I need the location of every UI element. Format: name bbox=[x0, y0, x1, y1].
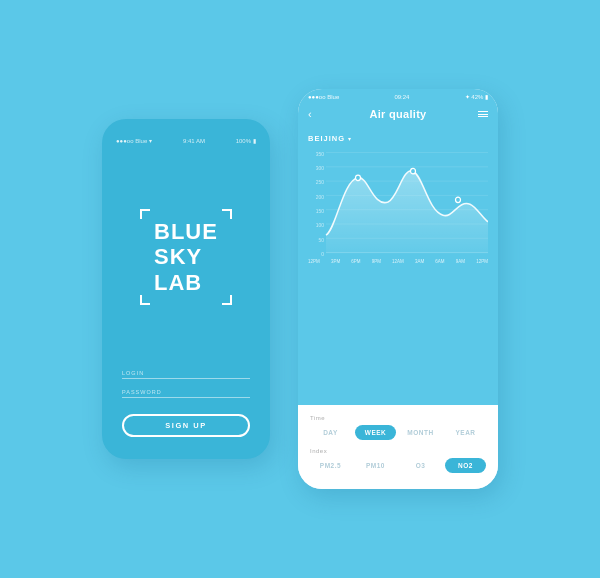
index-option-pm10[interactable]: PM10 bbox=[355, 458, 396, 473]
wifi-icon: ▾ bbox=[149, 137, 152, 144]
time-section-label: Time bbox=[310, 415, 486, 421]
chart-point-2 bbox=[411, 168, 416, 174]
bottom-panel: Time DAY WEEK MONTH YEAR Index PM2.5 PM1… bbox=[298, 405, 498, 489]
time-option-week[interactable]: WEEK bbox=[355, 425, 396, 440]
logo-area: BLUE SKY LAB bbox=[140, 144, 232, 370]
svg-text:50: 50 bbox=[318, 236, 324, 242]
left-status-bar: ●●●oo Blue ▾ 9:41 AM 100% ▮ bbox=[116, 137, 256, 144]
time-pill-row: DAY WEEK MONTH YEAR bbox=[310, 425, 486, 440]
x-label-4: 12AM bbox=[392, 259, 404, 264]
menu-line-1 bbox=[478, 111, 488, 112]
login-line bbox=[122, 378, 250, 379]
corner-tr bbox=[222, 209, 232, 219]
index-section-label: Index bbox=[310, 448, 486, 454]
chart-point-3 bbox=[456, 197, 461, 203]
x-label-2: 6PM bbox=[351, 259, 360, 264]
time-option-month[interactable]: MONTH bbox=[400, 425, 441, 440]
login-label: LOGIN bbox=[122, 370, 250, 376]
right-time: 09:24 bbox=[394, 94, 409, 100]
x-label-3: 9PM bbox=[372, 259, 381, 264]
x-label-7: 9AM bbox=[456, 259, 465, 264]
svg-text:250: 250 bbox=[316, 179, 324, 185]
left-status-carrier: ●●●oo Blue ▾ bbox=[116, 137, 152, 144]
password-field[interactable]: PASSWORD bbox=[122, 389, 250, 398]
x-label-8: 12PM bbox=[476, 259, 488, 264]
x-label-6: 6AM bbox=[435, 259, 444, 264]
x-label-5: 3AM bbox=[415, 259, 424, 264]
index-pill-row: PM2.5 PM10 O3 NO2 bbox=[310, 458, 486, 473]
back-button[interactable]: ‹ bbox=[308, 108, 312, 120]
logo-text: BLUE SKY LAB bbox=[154, 219, 218, 295]
svg-text:100: 100 bbox=[316, 222, 324, 228]
battery-icon: ▮ bbox=[253, 137, 256, 144]
index-option-o3[interactable]: O3 bbox=[400, 458, 441, 473]
svg-text:300: 300 bbox=[316, 165, 324, 171]
corner-bl bbox=[140, 295, 150, 305]
menu-line-2 bbox=[478, 114, 488, 115]
x-label-1: 3PM bbox=[331, 259, 340, 264]
air-quality-chart: 350 300 250 200 150 100 50 0 bbox=[308, 147, 488, 257]
index-option-pm25[interactable]: PM2.5 bbox=[310, 458, 351, 473]
index-option-no2[interactable]: NO2 bbox=[445, 458, 486, 473]
page-title: Air quality bbox=[369, 108, 426, 120]
chart-container: BEIJING ▾ 350 300 250 bbox=[298, 128, 498, 405]
right-carrier: ●●●oo Blue bbox=[308, 94, 339, 100]
password-line bbox=[122, 397, 250, 398]
corner-tl bbox=[140, 209, 150, 219]
phone-right: ●●●oo Blue 09:24 ✦ 42% ▮ ‹ Air quality B… bbox=[298, 89, 498, 489]
menu-line-3 bbox=[478, 116, 488, 117]
x-label-0: 12PM bbox=[308, 259, 320, 264]
right-status-bar: ●●●oo Blue 09:24 ✦ 42% ▮ bbox=[298, 89, 498, 104]
chart-x-labels: 12PM 3PM 6PM 9PM 12AM 3AM 6AM 9AM 12PM bbox=[308, 259, 488, 264]
chart-point-1 bbox=[356, 175, 361, 181]
menu-button[interactable] bbox=[478, 111, 488, 117]
phone-left: ●●●oo Blue ▾ 9:41 AM 100% ▮ BLUE SKY LAB bbox=[102, 119, 270, 459]
svg-text:200: 200 bbox=[316, 193, 324, 199]
right-battery-area: ✦ 42% ▮ bbox=[465, 93, 488, 100]
phones-container: ●●●oo Blue ▾ 9:41 AM 100% ▮ BLUE SKY LAB bbox=[102, 89, 498, 489]
left-status-time: 9:41 AM bbox=[183, 138, 205, 144]
svg-text:0: 0 bbox=[321, 251, 324, 257]
logo-box: BLUE SKY LAB bbox=[140, 209, 232, 305]
login-form: LOGIN PASSWORD SIGN UP bbox=[116, 370, 256, 437]
signup-button[interactable]: SIGN UP bbox=[122, 414, 250, 437]
right-header: ‹ Air quality bbox=[298, 104, 498, 128]
chart-wrapper: 350 300 250 200 150 100 50 0 bbox=[308, 147, 488, 257]
password-label: PASSWORD bbox=[122, 389, 250, 395]
city-name: BEIJING bbox=[308, 134, 345, 143]
time-option-year[interactable]: YEAR bbox=[445, 425, 486, 440]
time-option-day[interactable]: DAY bbox=[310, 425, 351, 440]
svg-text:150: 150 bbox=[316, 208, 324, 214]
login-field[interactable]: LOGIN bbox=[122, 370, 250, 379]
carrier-text: ●●●oo Blue bbox=[116, 138, 147, 144]
svg-text:350: 350 bbox=[316, 151, 324, 157]
city-chevron-icon: ▾ bbox=[348, 135, 351, 142]
left-status-battery: 100% ▮ bbox=[236, 137, 256, 144]
city-selector[interactable]: BEIJING ▾ bbox=[308, 134, 488, 143]
corner-br bbox=[222, 295, 232, 305]
